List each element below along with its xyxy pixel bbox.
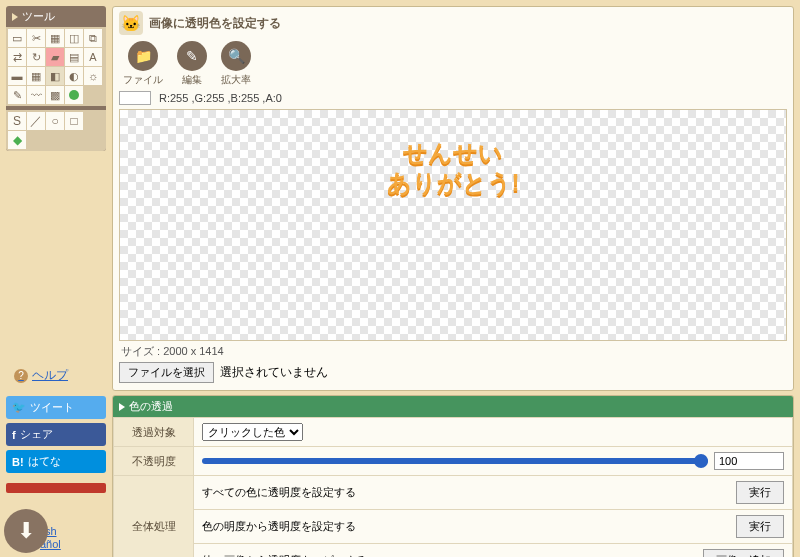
zoom-label: 拡大率 (221, 73, 251, 87)
tools-panel: ツール ▭ ✂ ▦ ◫ ⧉ ⇄ ↻ ▰ ▤ A ▬ ▦ ◧ ◐ ☼ ✎ 〰 ▩ (6, 6, 106, 151)
help-link[interactable]: ? ヘルプ (14, 367, 106, 384)
page-title-row: 🐱 画像に透明色を設定する (119, 11, 787, 35)
options-title: 色の透過 (113, 396, 793, 417)
tool-text-icon[interactable]: A (84, 48, 102, 66)
tool-copy-icon[interactable]: ⧉ (84, 29, 102, 47)
editor-panel: 🐱 画像に透明色を設定する 📁 ファイル ✎ 編集 🔍 拡大率 (112, 6, 794, 391)
magnify-icon: 🔍 (221, 41, 251, 71)
tool-contrast-icon[interactable]: ◐ (65, 67, 83, 85)
hatena-label: はてな (28, 454, 61, 469)
tool-pattern-icon[interactable]: ▩ (46, 86, 64, 104)
row-global-2: 色の明度から透明度を設定する 実行 (114, 510, 793, 544)
shape-rect-icon[interactable]: □ (65, 112, 83, 130)
facebook-icon: f (12, 429, 16, 441)
tool-lasso-icon[interactable]: ◫ (65, 29, 83, 47)
tool-flip-icon[interactable]: ⇄ (8, 48, 26, 66)
row-target: 透過対象 クリックした色 (114, 418, 793, 447)
tool-grid: ▭ ✂ ▦ ◫ ⧉ ⇄ ↻ ▰ ▤ A ▬ ▦ ◧ ◐ ☼ ✎ 〰 ▩ (6, 27, 106, 106)
exec-button-2[interactable]: 実行 (736, 515, 784, 538)
hatena-icon: B! (12, 456, 24, 468)
tool-cut-icon[interactable]: ✂ (27, 29, 45, 47)
opacity-label: 不透明度 (114, 447, 194, 476)
tool-brightness-icon[interactable]: ☼ (84, 67, 102, 85)
tools-title: ツール (6, 6, 106, 27)
file-menu[interactable]: 📁 ファイル (123, 41, 163, 87)
tool-layers-icon[interactable]: ▤ (65, 48, 83, 66)
facebook-label: シェア (20, 427, 53, 442)
canvas-line1: せんせい (387, 138, 520, 168)
tool-transparency-icon[interactable]: ◧ (46, 67, 64, 85)
tool-bucket-icon[interactable]: ▬ (8, 67, 26, 85)
facebook-button[interactable]: f シェア (6, 423, 106, 446)
tool-fill-icon[interactable]: ▰ (46, 48, 64, 66)
red-panel (6, 483, 106, 493)
row-opacity: 不透明度 (114, 447, 793, 476)
app-logo-icon: 🐱 (119, 11, 143, 35)
tool-marquee-icon[interactable]: ▦ (46, 29, 64, 47)
global-label: 全体処理 (114, 476, 194, 558)
row-global-1: 全体処理 すべての色に透明度を設定する 実行 (114, 476, 793, 510)
target-select[interactable]: クリックした色 (202, 423, 303, 441)
global-row2-text: 色の明度から透明度を設定する (202, 519, 356, 534)
shape-circle-icon[interactable]: ○ (46, 112, 64, 130)
tool-color-icon[interactable] (65, 86, 83, 104)
shape-curve-icon[interactable]: S (8, 112, 26, 130)
download-icon: ⬇ (17, 518, 35, 544)
canvas-text: せんせい ありがとう! (387, 138, 520, 198)
canvas-line2: ありがとう! (387, 168, 520, 198)
add-image-button[interactable]: 画像の追加 (703, 549, 784, 557)
shape-grid: S ／ ○ □ ◆ (6, 110, 106, 151)
file-chooser-row: ファイルを選択 選択されていません (119, 362, 787, 383)
canvas-size: サイズ : 2000 x 1414 (121, 344, 785, 359)
color-swatch[interactable] (119, 91, 151, 105)
exec-button-1[interactable]: 実行 (736, 481, 784, 504)
color-readout: R:255 ,G:255 ,B:255 ,A:0 (119, 91, 787, 105)
twitter-icon: 🐦 (12, 401, 26, 414)
options-table: 透過対象 クリックした色 不透明度 (113, 417, 793, 557)
shape-diamond-icon[interactable]: ◆ (8, 131, 26, 149)
tool-grid-icon[interactable]: ▦ (27, 67, 45, 85)
tool-rotate-icon[interactable]: ↻ (27, 48, 45, 66)
edit-label: 編集 (182, 73, 202, 87)
file-label: ファイル (123, 73, 163, 87)
row-global-3: 他の画像から透明度をコピーする 画像の追加 (114, 544, 793, 558)
file-status: 選択されていません (220, 364, 328, 381)
twitter-label: ツイート (30, 400, 74, 415)
global-row3-text: 他の画像から透明度をコピーする (202, 553, 367, 557)
pencil-icon: ✎ (177, 41, 207, 71)
shape-line-icon[interactable]: ／ (27, 112, 45, 130)
folder-icon: 📁 (128, 41, 158, 71)
tool-smudge-icon[interactable]: 〰 (27, 86, 45, 104)
help-label: ヘルプ (32, 367, 68, 384)
download-button[interactable]: ⬇ (4, 509, 48, 553)
opacity-slider[interactable] (202, 458, 708, 464)
tool-brush-icon[interactable]: ✎ (8, 86, 26, 104)
opacity-input[interactable] (714, 452, 784, 470)
edit-menu[interactable]: ✎ 編集 (177, 41, 207, 87)
options-panel: 色の透過 透過対象 クリックした色 不透明度 (112, 395, 794, 557)
help-icon: ? (14, 369, 28, 383)
tool-select-icon[interactable]: ▭ (8, 29, 26, 47)
page-title: 画像に透明色を設定する (149, 15, 281, 32)
color-value: R:255 ,G:255 ,B:255 ,A:0 (159, 92, 282, 104)
toolbar: 📁 ファイル ✎ 編集 🔍 拡大率 (123, 41, 783, 87)
file-choose-button[interactable]: ファイルを選択 (119, 362, 214, 383)
hatena-button[interactable]: B! はてな (6, 450, 106, 473)
twitter-button[interactable]: 🐦 ツイート (6, 396, 106, 419)
target-label: 透過対象 (114, 418, 194, 447)
global-row1-text: すべての色に透明度を設定する (202, 485, 356, 500)
zoom-menu[interactable]: 🔍 拡大率 (221, 41, 251, 87)
canvas[interactable]: せんせい ありがとう! (119, 109, 787, 341)
share-buttons: 🐦 ツイート f シェア B! はてな (6, 396, 106, 473)
